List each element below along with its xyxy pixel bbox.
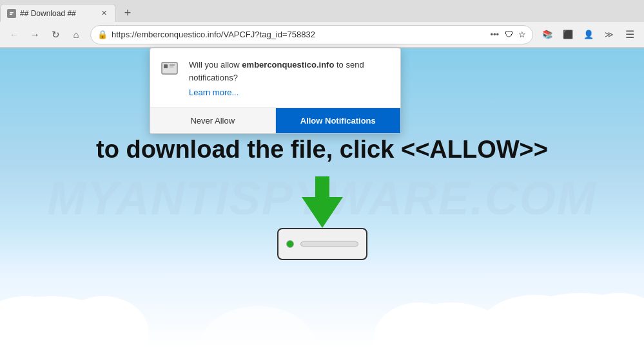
tab-favicon [7,9,16,18]
svg-rect-4 [164,64,168,68]
learn-more-link[interactable]: Learn more... [189,88,390,97]
active-tab[interactable]: ## Download ## ✕ [0,4,116,22]
forward-icon: → [30,29,40,40]
drive-body [277,228,367,260]
address-bar[interactable]: 🔒 https://emberconquestico.info/VAPCFJ?t… [90,25,533,44]
hamburger-menu[interactable]: ☰ [621,26,639,44]
popup-message-prefix: Will you allow [189,60,242,70]
tab-bar: ## Download ## ✕ + [0,0,644,22]
arrow-stem [315,176,329,197]
shield-icon[interactable]: 🛡 [505,30,513,39]
more-options-icon[interactable]: ••• [490,30,499,39]
tab-title: ## Download ## [20,9,95,18]
bookmark-icon[interactable]: ☆ [518,30,526,39]
back-icon: ← [10,29,19,40]
refresh-icon: ↻ [52,29,60,41]
popup-buttons: Never Allow Allow Notifications [150,108,400,133]
sync-icon[interactable]: ⬛ [559,26,577,44]
browser-chrome: ## Download ## ✕ + ← → ↻ ⌂ 🔒 https://emb… [0,0,644,48]
notification-icon [161,59,181,79]
svg-rect-0 [8,10,15,17]
refresh-button[interactable]: ↻ [46,26,64,44]
svg-point-15 [200,306,316,347]
svg-rect-2 [10,14,12,15]
download-illustration [277,176,367,260]
clouds-decoration [0,258,644,347]
toolbar-extra: 📚 ⬛ 👤 ≫ ☰ [538,26,639,44]
svg-point-10 [496,293,644,347]
nav-bar: ← → ↻ ⌂ 🔒 https://emberconquestico.info/… [0,22,644,48]
svg-rect-3 [162,62,177,74]
back-button[interactable]: ← [5,26,23,44]
drive-slot [300,241,358,247]
svg-point-11 [567,293,644,347]
more-tools-button[interactable]: ≫ [600,26,618,44]
tab-close-button[interactable]: ✕ [99,8,109,19]
user-icon[interactable]: 👤 [580,26,598,44]
svg-point-9 [58,296,148,347]
svg-point-12 [477,295,593,347]
popup-text-area: Will you allow emberconquestico.info to … [189,59,390,97]
allow-notifications-button[interactable]: Allow Notifications [276,108,401,133]
never-allow-button[interactable]: Never Allow [150,108,276,133]
svg-point-13 [387,303,516,347]
home-icon: ⌂ [73,29,79,40]
url-text: https://emberconquestico.info/VAPCFJ?tag… [112,30,486,39]
svg-point-8 [0,296,77,347]
popup-message: Will you allow emberconquestico.info to … [189,59,390,84]
new-tab-button[interactable]: + [119,4,137,22]
svg-point-7 [0,296,129,347]
home-button[interactable]: ⌂ [67,26,85,44]
notification-popup: Will you allow emberconquestico.info to … [150,48,401,134]
main-text: to download the file, click <<ALLOW>> [70,136,574,164]
svg-rect-1 [10,12,14,14]
svg-point-14 [374,303,464,347]
arrow-head [302,197,343,228]
security-icon: 🔒 [97,30,108,39]
popup-body: Will you allow emberconquestico.info to … [150,48,400,102]
address-bar-actions: ••• 🛡 ☆ [490,29,526,41]
library-icon[interactable]: 📚 [538,26,556,44]
popup-site-name: emberconquestico.info [242,60,334,70]
drive-light [286,240,294,248]
forward-button[interactable]: → [26,26,44,44]
